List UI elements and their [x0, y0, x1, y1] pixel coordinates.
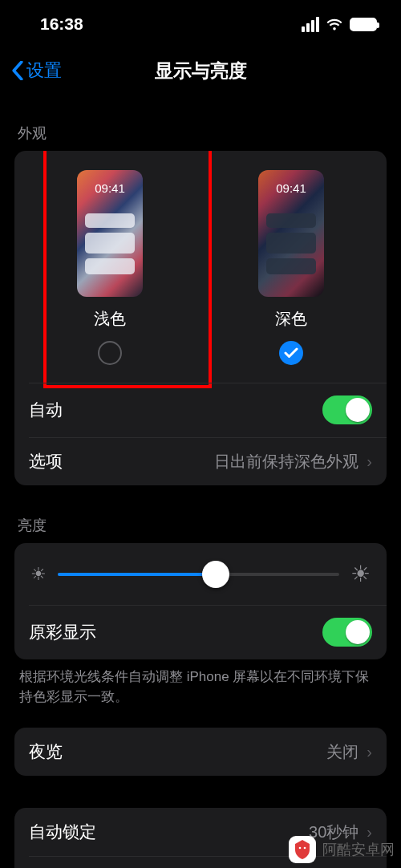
options-label: 选项 — [29, 450, 63, 473]
status-time: 16:38 — [40, 14, 83, 34]
auto-lock-label: 自动锁定 — [29, 821, 96, 843]
status-bar: 16:38 — [0, 0, 401, 48]
chevron-left-icon — [11, 61, 24, 80]
chevron-right-icon: › — [367, 452, 372, 471]
slider-thumb[interactable] — [202, 561, 229, 588]
night-shift-group: 夜览 关闭 › — [14, 728, 387, 776]
slider-fill — [58, 573, 216, 576]
svg-point-1 — [304, 847, 306, 850]
watermark-text: 阿酷安卓网 — [322, 840, 395, 859]
true-tone-label: 原彩显示 — [29, 621, 96, 643]
appearance-dark[interactable]: 09:41 深色 — [200, 170, 382, 365]
svg-point-0 — [299, 847, 302, 850]
options-value: 日出前保持深色外观 — [214, 451, 358, 473]
brightness-slider[interactable] — [58, 573, 339, 576]
brightness-slider-row: ☀︎ ☀︎ — [14, 543, 387, 605]
auto-label: 自动 — [29, 399, 63, 421]
true-tone-row: 原彩显示 — [14, 605, 387, 659]
back-label: 设置 — [26, 59, 62, 83]
brightness-group: ☀︎ ☀︎ 原彩显示 — [14, 543, 387, 659]
night-shift-row[interactable]: 夜览 关闭 › — [14, 728, 387, 776]
true-tone-switch[interactable] — [322, 618, 372, 647]
brightness-header: 亮度 — [18, 516, 387, 535]
nav-bar: 设置 显示与亮度 — [0, 48, 401, 93]
page-title: 显示与亮度 — [155, 59, 247, 83]
dark-radio[interactable] — [279, 341, 303, 365]
appearance-light[interactable]: 09:41 浅色 — [19, 170, 200, 365]
light-radio[interactable] — [98, 341, 122, 365]
preview-time: 09:41 — [258, 181, 324, 195]
night-shift-label: 夜览 — [29, 740, 63, 763]
night-shift-value: 关闭 — [326, 741, 358, 763]
chevron-right-icon: › — [367, 743, 372, 761]
sun-low-icon: ☀︎ — [30, 564, 47, 585]
dark-label: 深色 — [275, 308, 307, 330]
auto-row: 自动 — [14, 383, 387, 437]
appearance-group: 09:41 浅色 09:41 深色 自动 — [14, 151, 387, 485]
watermark-icon — [289, 836, 316, 863]
back-button[interactable]: 设置 — [11, 59, 62, 83]
true-tone-note: 根据环境光线条件自动调整 iPhone 屏幕以在不同环境下保持色彩显示一致。 — [14, 659, 387, 707]
watermark: 阿酷安卓网 — [289, 836, 395, 863]
cellular-icon — [302, 17, 319, 32]
preview-time: 09:41 — [77, 181, 143, 195]
check-icon — [284, 347, 298, 359]
auto-switch[interactable] — [322, 395, 372, 424]
light-label: 浅色 — [94, 308, 126, 330]
battery-icon — [350, 18, 377, 31]
dark-preview: 09:41 — [258, 170, 324, 297]
wifi-icon — [326, 18, 343, 30]
sun-high-icon: ☀︎ — [350, 561, 371, 587]
status-icons — [302, 17, 377, 32]
appearance-row: 09:41 浅色 09:41 深色 — [14, 151, 387, 383]
options-row[interactable]: 选项 日出前保持深色外观 › — [14, 437, 387, 485]
appearance-header: 外观 — [18, 124, 387, 143]
light-preview: 09:41 — [77, 170, 143, 297]
